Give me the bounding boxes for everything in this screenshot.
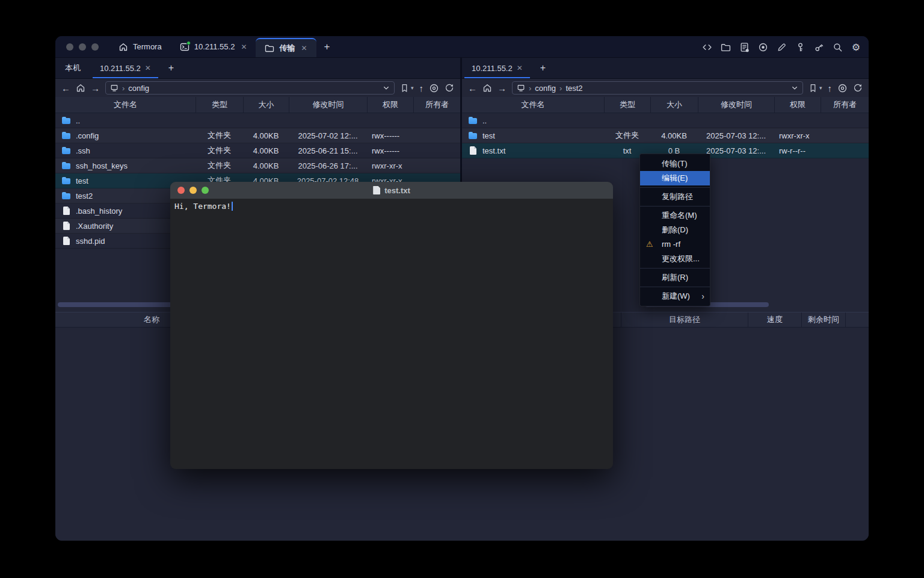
tab-label: 传输 [279, 43, 295, 54]
terminal-icon [180, 42, 189, 52]
minimize-window-button[interactable] [79, 43, 86, 51]
column-header-remaining[interactable]: 剩余时间 [801, 312, 845, 327]
close-tab-icon[interactable]: ✕ [241, 43, 247, 51]
menu-item-change-permissions[interactable]: 更改权限... [640, 252, 710, 266]
column-header-name[interactable]: 文件名 [55, 97, 196, 113]
close-tab-icon[interactable]: ✕ [301, 44, 307, 52]
close-tab-icon[interactable]: ✕ [517, 64, 523, 72]
column-header-size[interactable]: 大小 [243, 97, 289, 113]
file-icon [61, 221, 71, 231]
submenu-chevron-icon: › [701, 289, 704, 303]
warning-icon: ⚠ [646, 237, 653, 252]
bookmark-control[interactable]: ▾ [400, 84, 414, 93]
table-row[interactable]: .ssh 文件夹4.00KB2025-06-21 15:...rwx------ [55, 143, 460, 158]
back-icon[interactable]: ← [61, 84, 70, 93]
tab-termora-home[interactable]: Termora [109, 36, 171, 57]
log-viewer-icon[interactable] [739, 42, 750, 52]
settings-gear-icon[interactable]: ⚙ [851, 42, 861, 52]
editor-titlebar[interactable]: test.txt [170, 182, 613, 199]
column-header-owner[interactable]: 所有者 [413, 97, 460, 113]
table-row[interactable]: ssh_host_keys 文件夹4.00KB2025-06-26 17:...… [55, 158, 460, 173]
menu-item-delete[interactable]: 删除(D) [640, 223, 710, 237]
show-hidden-files-icon[interactable] [429, 83, 439, 93]
column-header-target-path[interactable]: 目标路径 [621, 312, 748, 327]
editor-text-area[interactable]: Hi, Termora! [170, 199, 613, 214]
termora-window: Termora 10.211.55.2 ✕ 传输 ✕ + [55, 36, 869, 541]
column-header-type[interactable]: 类型 [196, 97, 243, 113]
column-header-perm[interactable]: 权限 [367, 97, 413, 113]
parent-directory-icon[interactable]: ↑ [419, 84, 424, 93]
tab-remote-right[interactable]: 10.211.55.2 ✕ [462, 58, 532, 78]
new-tab-button[interactable]: + [316, 36, 338, 57]
edit-pencil-icon[interactable] [776, 42, 787, 52]
window-controls [55, 36, 109, 57]
tab-remote-left[interactable]: 10.211.55.2 ✕ [90, 58, 161, 78]
table-row[interactable]: .. [55, 113, 460, 128]
key-icon[interactable] [795, 42, 805, 52]
tab-label: 10.211.55.2 [472, 64, 513, 73]
column-header-type[interactable]: 类型 [604, 97, 650, 113]
menu-item-rename[interactable]: 重命名(M) [640, 208, 710, 223]
breadcrumb-segment[interactable]: config [128, 84, 149, 93]
keychain-icon[interactable] [813, 42, 824, 52]
folder-icon [61, 191, 71, 200]
column-header-owner[interactable]: 所有者 [821, 97, 869, 113]
column-header-empty [845, 312, 869, 327]
menu-item-rm-rf[interactable]: ⚠ rm -rf [640, 237, 710, 252]
zoom-window-button[interactable] [202, 187, 209, 194]
close-window-button[interactable] [177, 187, 185, 194]
menu-item-refresh[interactable]: 刷新(R) [640, 270, 710, 285]
chevron-down-icon[interactable] [383, 84, 390, 92]
caret-down-icon: ▾ [411, 85, 414, 91]
chevron-down-icon[interactable] [791, 84, 798, 92]
menu-item-new[interactable]: 新建(W) › [640, 289, 710, 303]
refresh-icon[interactable] [853, 83, 863, 93]
tab-transfer[interactable]: 传输 ✕ [256, 38, 316, 57]
file-icon [468, 146, 478, 155]
tab-ssh-session[interactable]: 10.211.55.2 ✕ [171, 36, 256, 57]
column-header-name[interactable]: 文件名 [462, 97, 604, 113]
file-icon [61, 206, 71, 216]
refresh-icon[interactable] [445, 83, 454, 93]
code-snippets-icon[interactable] [701, 42, 712, 52]
show-hidden-files-icon[interactable] [837, 83, 848, 93]
right-path-input[interactable]: › config › test2 [512, 81, 803, 95]
table-row[interactable]: test 文件夹4.00KB2025-07-03 12:...rwxr-xr-x [462, 128, 869, 143]
minimize-window-button[interactable] [189, 187, 197, 194]
editor-window: test.txt Hi, Termora! [170, 182, 613, 469]
breadcrumb-segment[interactable]: test2 [565, 84, 582, 93]
column-header-mtime[interactable]: 修改时间 [698, 97, 774, 113]
menu-item-copy-path[interactable]: 复制路径 [640, 190, 710, 204]
close-tab-icon[interactable]: ✕ [145, 64, 151, 72]
menu-item-transfer[interactable]: 传输(T) [640, 157, 710, 171]
back-icon[interactable]: ← [468, 84, 477, 93]
home-icon[interactable] [482, 83, 492, 93]
editor-title: test.txt [384, 186, 410, 195]
macro-record-icon[interactable] [757, 42, 768, 52]
table-row[interactable]: .config 文件夹4.00KB2025-07-02 12:...rwx---… [55, 128, 460, 143]
forward-icon[interactable]: → [91, 84, 100, 93]
home-icon[interactable] [76, 83, 85, 93]
column-header-mtime[interactable]: 修改时间 [289, 97, 367, 113]
search-icon[interactable] [832, 42, 843, 52]
transfer-folder-icon[interactable] [720, 42, 731, 52]
breadcrumb-segment[interactable]: config [535, 84, 556, 93]
connected-status-dot [186, 41, 191, 45]
column-header-perm[interactable]: 权限 [774, 97, 821, 113]
forward-icon[interactable]: → [497, 84, 507, 93]
menu-item-edit[interactable]: 编辑(E) [640, 171, 710, 185]
column-header-size[interactable]: 大小 [650, 97, 698, 113]
zoom-window-button[interactable] [91, 43, 99, 51]
left-path-input[interactable]: › config [105, 81, 395, 95]
new-panel-tab-button[interactable]: + [532, 58, 553, 78]
new-panel-tab-button[interactable]: + [161, 58, 182, 78]
close-window-button[interactable] [66, 43, 73, 51]
left-panel-tabs: 本机 10.211.55.2 ✕ + [55, 58, 460, 79]
parent-directory-icon[interactable]: ↑ [828, 84, 833, 93]
editor-content: Hi, Termora! [174, 202, 231, 211]
right-file-list: .. test 文件夹4.00KB2025-07-03 12:...rwxr-x… [462, 113, 869, 158]
column-header-speed[interactable]: 速度 [748, 312, 801, 327]
tab-local[interactable]: 本机 [55, 58, 90, 78]
bookmark-control[interactable]: ▾ [808, 84, 822, 93]
table-row[interactable]: .. [462, 113, 869, 128]
